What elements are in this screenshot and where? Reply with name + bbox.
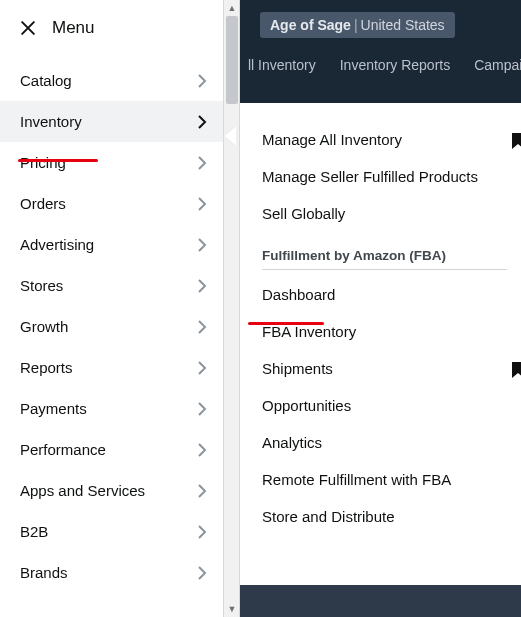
nav-item-label: Stores [20, 277, 63, 294]
submenu-item-label: Shipments [262, 360, 333, 377]
nav-item-inventory[interactable]: Inventory [0, 101, 223, 142]
scroll-up-icon[interactable]: ▲ [224, 0, 240, 16]
chevron-right-icon [197, 484, 207, 498]
chevron-right-icon [197, 402, 207, 416]
submenu-item-shipments[interactable]: Shipments [248, 350, 521, 387]
nav-item-apps-and-services[interactable]: Apps and Services [0, 470, 223, 511]
nav-item-reports[interactable]: Reports [0, 347, 223, 388]
divider [262, 269, 507, 270]
annotation-underline [248, 322, 324, 325]
close-icon[interactable] [18, 18, 38, 38]
nav-item-growth[interactable]: Growth [0, 306, 223, 347]
chevron-right-icon [197, 525, 207, 539]
nav-item-stores[interactable]: Stores [0, 265, 223, 306]
main-nav: Catalog Inventory Pricing Orders Adverti… [0, 54, 223, 593]
nav-item-label: Orders [20, 195, 66, 212]
footer-bar [240, 585, 521, 617]
nav-item-catalog[interactable]: Catalog [0, 60, 223, 101]
submenu-item-remote-fulfillment[interactable]: Remote Fulfillment with FBA [248, 461, 521, 498]
header-tab[interactable]: Inventory Reports [340, 57, 451, 73]
menu-header[interactable]: Menu [0, 0, 223, 54]
chevron-right-icon [197, 320, 207, 334]
submenu-item-manage-all-inventory[interactable]: Manage All Inventory [248, 121, 521, 158]
submenu-item-analytics[interactable]: Analytics [248, 424, 521, 461]
nav-item-pricing[interactable]: Pricing [0, 142, 223, 183]
chevron-right-icon [197, 115, 207, 129]
nav-item-brands[interactable]: Brands [0, 552, 223, 593]
bookmark-icon[interactable] [511, 133, 521, 149]
chevron-right-icon [197, 74, 207, 88]
chevron-right-icon [197, 566, 207, 580]
submenu-item-dashboard[interactable]: Dashboard [248, 276, 521, 313]
nav-item-label: Performance [20, 441, 106, 458]
header-tab[interactable]: Campaign M [474, 57, 521, 73]
submenu-item-label: Remote Fulfillment with FBA [262, 471, 451, 488]
submenu-item-label: Analytics [262, 434, 322, 451]
chevron-right-icon [197, 279, 207, 293]
flyout-notch-icon [224, 126, 236, 146]
submenu-item-manage-seller-fulfilled[interactable]: Manage Seller Fulfilled Products [248, 158, 521, 195]
nav-item-label: Apps and Services [20, 482, 145, 499]
submenu-item-opportunities[interactable]: Opportunities [248, 387, 521, 424]
nav-item-label: B2B [20, 523, 48, 540]
nav-item-label: Catalog [20, 72, 72, 89]
nav-item-label: Reports [20, 359, 73, 376]
nav-item-label: Payments [20, 400, 87, 417]
nav-item-label: Growth [20, 318, 68, 335]
submenu-item-sell-globally[interactable]: Sell Globally [248, 195, 521, 232]
chevron-right-icon [197, 238, 207, 252]
submenu-item-label: Dashboard [262, 286, 335, 303]
inventory-submenu: Manage All Inventory Manage Seller Fulfi… [240, 103, 521, 583]
scroll-down-icon[interactable]: ▼ [224, 601, 240, 617]
chevron-right-icon [197, 197, 207, 211]
left-scrollbar[interactable]: ▲ ▼ [224, 0, 240, 617]
nav-item-orders[interactable]: Orders [0, 183, 223, 224]
brand-badge[interactable]: Age of Sage|United States [260, 12, 455, 38]
nav-item-label: Inventory [20, 113, 82, 130]
chevron-right-icon [197, 361, 207, 375]
nav-item-advertising[interactable]: Advertising [0, 224, 223, 265]
nav-item-label: Advertising [20, 236, 94, 253]
main-menu-panel: Menu Catalog Inventory Pricing Orders Ad… [0, 0, 224, 617]
nav-item-label: Brands [20, 564, 68, 581]
nav-item-performance[interactable]: Performance [0, 429, 223, 470]
chevron-right-icon [197, 443, 207, 457]
nav-item-label: Pricing [20, 154, 66, 171]
scroll-thumb[interactable] [226, 16, 238, 104]
submenu-item-label: Store and Distribute [262, 508, 395, 525]
submenu-section-header: Fulfillment by Amazon (FBA) [248, 232, 521, 269]
nav-item-payments[interactable]: Payments [0, 388, 223, 429]
submenu-item-label: Sell Globally [262, 205, 345, 222]
submenu-item-fba-inventory[interactable]: FBA Inventory [248, 313, 521, 350]
brand-name: Age of Sage [270, 17, 351, 33]
submenu-item-label: Manage Seller Fulfilled Products [262, 168, 478, 185]
bookmark-icon[interactable] [511, 362, 521, 378]
chevron-right-icon [197, 156, 207, 170]
header-tabs: ll Inventory Inventory Reports Campaign … [240, 57, 521, 73]
header-tab[interactable]: ll Inventory [248, 57, 316, 73]
nav-item-b2b[interactable]: B2B [0, 511, 223, 552]
submenu-item-label: Manage All Inventory [262, 131, 402, 148]
brand-region: United States [361, 17, 445, 33]
menu-title: Menu [52, 18, 95, 38]
submenu-item-label: Opportunities [262, 397, 351, 414]
annotation-underline [18, 159, 98, 162]
submenu-item-store-and-distribute[interactable]: Store and Distribute [248, 498, 521, 535]
submenu-item-label: FBA Inventory [262, 323, 356, 340]
